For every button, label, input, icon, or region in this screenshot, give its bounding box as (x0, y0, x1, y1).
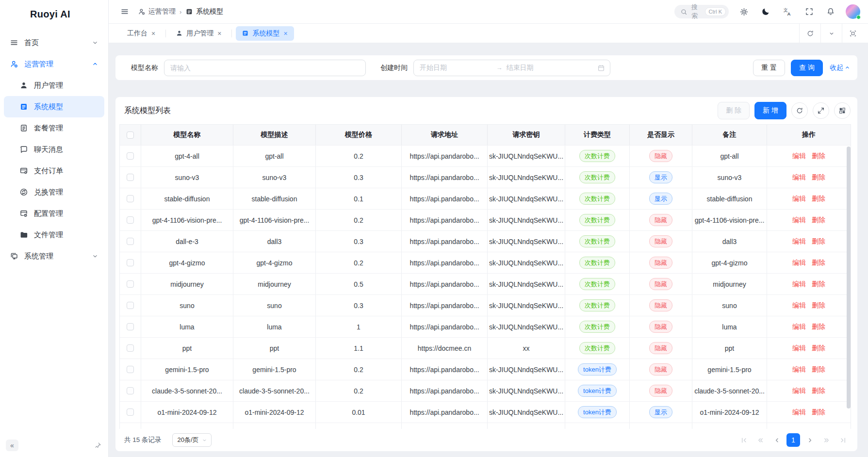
sidebar-item-package-management[interactable]: 套餐管理 (4, 117, 104, 139)
edit-link[interactable]: 编辑 (792, 195, 806, 203)
fullscreen-button[interactable] (803, 5, 816, 18)
table-scrollbar[interactable] (847, 147, 851, 408)
edit-link[interactable]: 编辑 (792, 237, 806, 246)
tab-menu-button[interactable] (820, 24, 842, 43)
delete-link[interactable]: 删除 (812, 280, 825, 289)
model-name-input[interactable] (164, 60, 366, 76)
row-checkbox[interactable] (127, 152, 134, 160)
reset-button[interactable]: 重 置 (753, 60, 785, 76)
page-size-select[interactable]: 20条/页 (172, 433, 212, 447)
tab-workbench[interactable]: 工作台× (121, 26, 162, 41)
row-checkbox[interactable] (127, 216, 134, 224)
language-button[interactable] (781, 5, 794, 18)
menu-toggle-button[interactable] (118, 5, 131, 18)
delete-link[interactable]: 删除 (812, 152, 825, 161)
row-checkbox[interactable] (127, 174, 134, 181)
edit-link[interactable]: 编辑 (792, 280, 806, 289)
global-search[interactable]: 搜索 Ctrl K (674, 5, 729, 18)
online-status-dot (856, 15, 861, 19)
delete-link[interactable]: 删除 (812, 408, 825, 417)
row-checkbox[interactable] (127, 302, 134, 309)
row-checkbox[interactable] (127, 238, 134, 245)
fullscreen-table-button[interactable] (813, 102, 829, 119)
edit-link[interactable]: 编辑 (792, 152, 806, 161)
prev-5-pages-button[interactable] (753, 433, 767, 447)
select-all-checkbox[interactable] (127, 131, 134, 139)
tab-user-management[interactable]: 用户管理× (170, 26, 228, 41)
delete-link[interactable]: 删除 (812, 323, 825, 331)
settings-button[interactable] (737, 5, 751, 18)
edit-link[interactable]: 编辑 (792, 408, 806, 417)
delete-link[interactable]: 删除 (812, 387, 825, 395)
row-checkbox[interactable] (127, 280, 134, 288)
table-row: o1-mini-2024-09-12o1-mini-2024-09-120.01… (120, 401, 851, 423)
tab-refresh-button[interactable] (799, 24, 820, 43)
pin-icon[interactable] (95, 442, 101, 449)
notifications-button[interactable] (824, 5, 837, 18)
close-icon[interactable]: × (217, 30, 222, 37)
refresh-table-button[interactable] (791, 102, 808, 119)
sidebar-item-file-management[interactable]: 文件管理 (4, 224, 104, 245)
row-checkbox[interactable] (127, 259, 134, 266)
row-checkbox[interactable] (127, 387, 134, 394)
collapse-filter-button[interactable]: 收起 (830, 64, 851, 72)
delete-link[interactable]: 删除 (812, 237, 825, 246)
sidebar-collapse-button[interactable]: « (6, 440, 18, 451)
column-header: 模型名称 (141, 125, 233, 145)
search-button[interactable]: 查 询 (791, 60, 823, 76)
first-page-button[interactable] (737, 433, 751, 447)
sidebar-item-operations[interactable]: 运营管理 (4, 53, 104, 75)
edit-link[interactable]: 编辑 (792, 387, 806, 395)
page-number-button[interactable]: 1 (786, 433, 800, 447)
delete-link[interactable]: 删除 (812, 216, 825, 225)
breadcrumb-item-system-model[interactable]: 系统模型 (185, 7, 223, 16)
delete-link[interactable]: 删除 (812, 173, 825, 182)
edit-link[interactable]: 编辑 (792, 173, 806, 182)
close-icon[interactable]: × (283, 30, 288, 37)
delete-button[interactable]: 删 除 (718, 102, 750, 119)
user-avatar[interactable] (846, 4, 860, 19)
tab-maximize-button[interactable] (842, 24, 863, 43)
cell-url: https://api.pandarobo... (402, 146, 488, 166)
tab-system-model[interactable]: 系统模型× (236, 26, 294, 41)
delete-link[interactable]: 删除 (812, 365, 825, 374)
next-5-pages-button[interactable] (819, 433, 833, 447)
breadcrumb-item-operations[interactable]: 运营管理 (138, 7, 176, 16)
folder-icon (19, 230, 28, 239)
edit-link[interactable]: 编辑 (792, 344, 806, 353)
sidebar-item-payment-orders[interactable]: 支付订单 (4, 160, 104, 181)
sidebar-item-config-management[interactable]: 配置管理 (4, 203, 104, 224)
theme-toggle-button[interactable] (759, 5, 772, 18)
sidebar-item-system-management[interactable]: 系统管理 (4, 245, 104, 267)
delete-link[interactable]: 删除 (812, 259, 825, 267)
row-checkbox[interactable] (127, 195, 134, 202)
date-range-input[interactable]: 开始日期 → 结束日期 (413, 60, 610, 76)
column-settings-button[interactable] (834, 102, 851, 119)
logo[interactable]: Ruoyi AI (0, 0, 108, 28)
sidebar-item-chat-messages[interactable]: 聊天消息 (4, 139, 104, 160)
cell-key: sk-JIUQLNndqSeKWU... (488, 210, 565, 230)
edit-link[interactable]: 编辑 (792, 365, 806, 374)
delete-link[interactable]: 删除 (812, 195, 825, 203)
row-checkbox[interactable] (127, 408, 134, 416)
sidebar-item-home[interactable]: 首页 (4, 32, 104, 53)
sidebar-item-exchange-management[interactable]: 兑换管理 (4, 181, 104, 203)
edit-link[interactable]: 编辑 (792, 323, 806, 331)
edit-link[interactable]: 编辑 (792, 216, 806, 225)
sidebar-item-system-model[interactable]: 系统模型 (4, 96, 104, 117)
close-icon[interactable]: × (151, 30, 156, 37)
delete-link[interactable]: 删除 (812, 344, 825, 353)
select-all-checkbox-cell (120, 125, 141, 145)
add-button[interactable]: 新 增 (754, 102, 786, 119)
edit-link[interactable]: 编辑 (792, 259, 806, 267)
sidebar-item-user-management[interactable]: 用户管理 (4, 75, 104, 96)
row-checkbox[interactable] (127, 366, 134, 373)
row-checkbox[interactable] (127, 344, 134, 352)
edit-link[interactable]: 编辑 (792, 301, 806, 310)
prev-page-button[interactable] (770, 433, 784, 447)
billing-badge: token计费 (578, 406, 617, 418)
row-checkbox[interactable] (127, 323, 134, 330)
next-page-button[interactable] (803, 433, 817, 447)
delete-link[interactable]: 删除 (812, 301, 825, 310)
last-page-button[interactable] (836, 433, 850, 447)
